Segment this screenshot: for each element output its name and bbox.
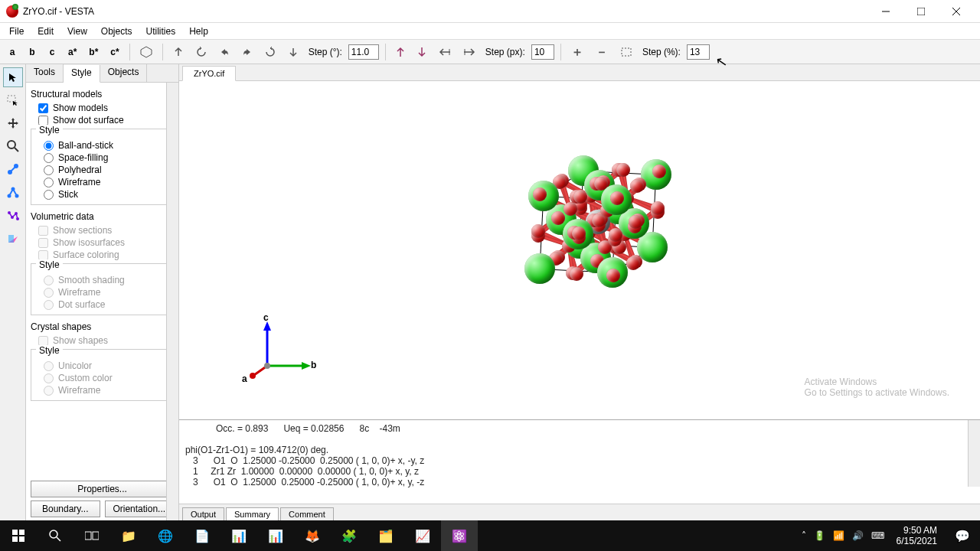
- tray-keyboard-icon[interactable]: ⌨: [871, 530, 884, 541]
- tab-style[interactable]: Style: [64, 65, 100, 83]
- step-deg-input[interactable]: [348, 44, 379, 60]
- taskbar-clock[interactable]: 9:50 AM 6/15/2021: [889, 525, 945, 547]
- close-button[interactable]: [939, 0, 974, 23]
- polyhedral-radio[interactable]: [44, 165, 54, 175]
- axis-a-button[interactable]: a: [5, 44, 20, 60]
- powerpoint-icon[interactable]: 📊: [220, 520, 257, 551]
- minimize-button[interactable]: [868, 0, 903, 23]
- magnify-tool[interactable]: [3, 136, 23, 156]
- firefox-icon[interactable]: 🦊: [294, 520, 331, 551]
- properties-button[interactable]: Properties...: [31, 481, 174, 497]
- tray-battery-icon[interactable]: 🔋: [814, 530, 825, 541]
- zoom-in-icon[interactable]: ＋: [567, 44, 587, 60]
- console-tab-comment[interactable]: Comment: [280, 507, 334, 521]
- move-tool[interactable]: [3, 113, 23, 133]
- translate-left-icon[interactable]: [435, 44, 455, 60]
- tray-wifi-icon[interactable]: 📶: [833, 530, 844, 541]
- output-console[interactable]: Occ. = 0.893 Ueq = 0.02856 8c -43m phi(O…: [179, 419, 980, 504]
- distance-tool[interactable]: [3, 159, 23, 179]
- explorer-icon[interactable]: 📁: [110, 520, 147, 551]
- custom-color-radio: [44, 373, 54, 383]
- console-scrollbar[interactable]: [968, 420, 980, 487]
- structural-models-label: Structural models: [31, 89, 174, 99]
- menu-utilities[interactable]: Utilities: [140, 24, 182, 38]
- axis-astar-button[interactable]: a*: [64, 44, 80, 60]
- svg-rect-37: [93, 532, 99, 540]
- dihedral-tool[interactable]: [3, 205, 23, 225]
- svg-rect-30: [12, 530, 18, 535]
- console-tab-summary[interactable]: Summary: [226, 507, 279, 521]
- vesta-taskbar-icon[interactable]: ⚛️: [441, 520, 478, 551]
- step-pct-input[interactable]: [687, 44, 710, 60]
- svg-rect-1: [917, 8, 925, 15]
- menu-help[interactable]: Help: [183, 24, 214, 38]
- menu-file[interactable]: File: [3, 24, 30, 38]
- angle-tool[interactable]: [3, 182, 23, 202]
- start-button[interactable]: [0, 520, 37, 551]
- excel-icon[interactable]: 📊: [257, 520, 294, 551]
- menu-edit[interactable]: Edit: [31, 24, 60, 38]
- menu-view[interactable]: View: [61, 24, 93, 38]
- boundary-button[interactable]: Boundary...: [31, 500, 100, 517]
- svg-rect-31: [19, 530, 24, 535]
- step-pct-label: Step (%):: [641, 47, 682, 57]
- tab-tools[interactable]: Tools: [26, 64, 64, 82]
- axis-c-button[interactable]: c: [44, 44, 60, 60]
- translate-down-icon[interactable]: [413, 44, 430, 60]
- plane-tool[interactable]: [3, 228, 23, 248]
- rotate-ccw-icon[interactable]: [192, 44, 211, 60]
- rotate-down-icon[interactable]: [284, 44, 302, 60]
- space-filling-radio[interactable]: [44, 153, 54, 163]
- tray-chevron-icon[interactable]: ˄: [802, 530, 806, 541]
- file-tab[interactable]: ZrYO.cif: [182, 66, 236, 81]
- translate-right-icon[interactable]: [459, 44, 479, 60]
- pointer-tool[interactable]: [3, 67, 23, 87]
- zoom-out-icon[interactable]: －: [592, 44, 612, 60]
- windows-taskbar[interactable]: 📁 🌐 📄 📊 📊 🦊 🧩 🗂️ 📈 ⚛️ ˄ 🔋 📶 🔊 ⌨ 9:50 AM …: [0, 520, 980, 551]
- shape-style-legend: Style: [36, 345, 63, 356]
- tray-volume-icon[interactable]: 🔊: [852, 530, 864, 541]
- rotate-cw-icon[interactable]: [261, 44, 279, 60]
- select-tool[interactable]: [3, 90, 23, 110]
- search-icon[interactable]: [37, 520, 74, 551]
- axis-b-button[interactable]: b: [24, 44, 40, 60]
- undo-icon[interactable]: [215, 44, 234, 60]
- side-scrollbar[interactable]: [166, 83, 178, 520]
- perspective-icon[interactable]: [136, 44, 156, 60]
- wireframe-radio[interactable]: [44, 178, 54, 187]
- app1-icon[interactable]: 🧩: [331, 520, 368, 551]
- translate-up-icon[interactable]: [392, 44, 409, 60]
- app2-icon[interactable]: 🗂️: [368, 520, 404, 551]
- vol-wireframe-radio: [44, 288, 54, 298]
- word-icon[interactable]: 📄: [184, 520, 220, 551]
- stick-radio[interactable]: [44, 190, 54, 200]
- ball-stick-label: Ball-and-stick: [58, 140, 113, 151]
- toolbar: a b c a* b* c* Step (°): Step (px): ＋ － …: [0, 40, 980, 64]
- console-tab-output[interactable]: Output: [182, 507, 224, 521]
- 3d-viewport[interactable]: c b a Activate Windows Go to Settings to…: [179, 81, 980, 419]
- show-isosurfaces-checkbox: [38, 238, 48, 248]
- menu-objects[interactable]: Objects: [95, 24, 139, 38]
- orientation-button[interactable]: Orientation...: [105, 500, 175, 517]
- svg-marker-4: [141, 47, 152, 57]
- redo-icon[interactable]: [238, 44, 256, 60]
- tab-objects[interactable]: Objects: [100, 64, 148, 82]
- app3-icon[interactable]: 📈: [404, 520, 441, 551]
- vol-wireframe-label: Wireframe: [58, 287, 100, 298]
- show-models-checkbox[interactable]: [38, 103, 48, 113]
- window-title: ZrYO.cif - VESTA: [23, 6, 868, 17]
- fit-icon[interactable]: [616, 44, 636, 60]
- ball-stick-radio[interactable]: [44, 141, 54, 151]
- surface-coloring-label: Surface coloring: [53, 249, 119, 260]
- step-px-input[interactable]: [531, 44, 554, 60]
- step-deg-label: Step (°):: [307, 47, 344, 57]
- axis-bstar-button[interactable]: b*: [85, 44, 102, 60]
- edge-icon[interactable]: 🌐: [147, 520, 184, 551]
- rotate-up-icon[interactable]: [169, 44, 188, 60]
- axis-cstar-button[interactable]: c*: [106, 44, 122, 60]
- taskview-icon[interactable]: [74, 520, 110, 551]
- shape-wireframe-radio: [44, 386, 54, 396]
- show-dot-surface-checkbox[interactable]: [38, 116, 48, 126]
- notifications-icon[interactable]: 💬: [945, 520, 980, 551]
- maximize-button[interactable]: [903, 0, 939, 23]
